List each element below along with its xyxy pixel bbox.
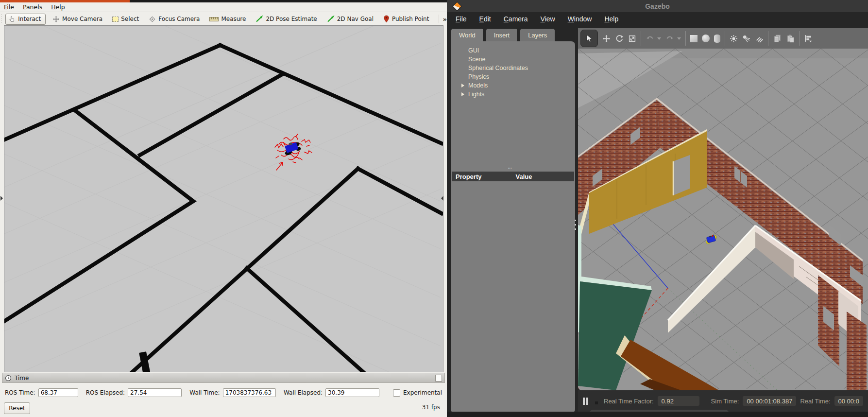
rviz-menu-help[interactable]: Help [51,3,65,11]
spot-light-button[interactable] [742,35,751,43]
move-camera-label: Move Camera [62,16,102,22]
pose-estimate-tool-button[interactable]: 2D Pose Estimate [255,15,317,23]
toolbar-overflow-button[interactable]: » [443,16,447,23]
time-fields-row: ROS Time: 68.37 ROS Elapsed: 27.54 Wall … [5,387,445,398]
gazebo-tab-bar: World Insert Layers [451,28,555,42]
expand-arrow-icon[interactable] [461,92,464,96]
real-time-value: 00 00:0 [834,396,863,406]
rviz-window: File Panels Help Interact Move Camera Se… [0,0,447,417]
map-pin-icon [383,15,390,23]
rviz-menu-file[interactable]: File [4,3,14,11]
point-light-button[interactable] [730,35,738,43]
wall-time-input[interactable]: 1703837376.63 [223,388,276,397]
gazebo-menu-edit[interactable]: Edit [479,15,491,23]
select-mode-button[interactable] [580,30,598,47]
ros-time-input[interactable]: 68.37 [38,388,78,397]
tab-insert[interactable]: Insert [486,28,518,42]
right-panel-expand-arrow[interactable] [441,196,443,201]
move-camera-tool-button[interactable]: Move Camera [52,16,102,23]
sim-time-label: Sim Time: [711,398,739,405]
gazebo-menu-camera[interactable]: Camera [504,15,528,23]
redo-history-caret[interactable] [677,37,681,40]
panel-float-button[interactable] [435,375,442,382]
pause-button[interactable] [583,398,588,405]
insert-sphere-button[interactable] [702,35,710,42]
ros-elapsed-input[interactable]: 27.54 [128,388,182,397]
time-panel-title: Time [15,375,29,382]
time-panel: Time ROS Time: 68.37 ROS Elapsed: 27.54 … [0,372,447,417]
gazebo-menu-file[interactable]: File [456,15,467,23]
tree-item-lights[interactable]: Lights [451,90,575,99]
sim-time-value: 00 00:01:08.387 [743,396,796,406]
value-column-header: Value [515,173,532,180]
green-arrow-icon [255,15,263,23]
gazebo-menu-window[interactable]: Window [568,15,592,23]
panel-splitter-handle[interactable] [575,220,577,232]
nav-goal-tool-button[interactable]: 2D Nav Goal [327,15,374,23]
gazebo-menubar: File Edit Camera View Window Help [447,12,868,26]
wall-elapsed-input[interactable]: 30.39 [325,388,379,397]
directional-light-button[interactable] [755,35,764,43]
reset-button[interactable]: Reset [4,402,30,414]
rviz-3d-viewport[interactable] [4,25,443,373]
tree-label: Physics [468,73,489,80]
focus-camera-tool-button[interactable]: Focus Camera [149,16,200,23]
green-arrow-icon [327,15,335,23]
undo-history-caret[interactable] [657,37,661,40]
move-arrows-icon [52,16,60,23]
fps-counter: 31 fps [422,404,440,411]
insert-cylinder-button[interactable] [714,35,720,43]
toolbar-separator [725,31,725,46]
nav-goal-label: 2D Nav Goal [337,16,374,22]
align-snap-button[interactable] [804,34,813,43]
hand-icon [8,16,16,23]
clock-icon [5,375,12,382]
ros-time-label: ROS Time: [5,389,35,396]
gazebo-toolbar [578,28,868,49]
experimental-checkbox[interactable] [393,389,400,397]
scale-mode-button[interactable] [628,35,636,43]
rviz-menu-panels[interactable]: Panels [23,3,42,11]
world-panel: GUI Scene Spherical Coordinates Physics … [451,41,575,413]
toolbar-drag-handle[interactable] [1,14,1,24]
paste-button[interactable] [786,34,795,43]
tree-label: Lights [468,91,484,98]
tree-label: Models [468,82,488,89]
gazebo-3d-viewport[interactable] [578,49,868,390]
rtf-label: Real Time Factor: [604,398,654,405]
tab-layers[interactable]: Layers [520,28,555,42]
focus-camera-label: Focus Camera [158,16,200,22]
toolbar-separator [799,31,800,46]
gazebo-statusbar: Real Time Factor: 0.92 Sim Time: 00 00:0… [578,390,868,412]
expand-arrow-icon[interactable] [461,84,464,87]
tab-world[interactable]: World [451,28,484,42]
rotate-mode-button[interactable] [615,34,624,43]
gazebo-window-edge [447,412,868,417]
toolbar-separator [685,31,686,46]
property-splitter-grip[interactable]: ''' [508,167,512,172]
redo-button[interactable] [665,35,674,42]
gazebo-menu-view[interactable]: View [541,15,555,23]
copy-button[interactable] [773,34,782,43]
tree-label: Scene [468,56,485,63]
time-panel-header[interactable]: Time [2,373,445,383]
tree-item-spherical-coordinates[interactable]: Spherical Coordinates [451,64,575,72]
translate-mode-button[interactable] [602,35,611,43]
gazebo-window-title: Gazebo [447,2,868,10]
undo-button[interactable] [646,35,654,42]
tree-item-physics[interactable]: Physics [451,72,575,81]
insert-box-button[interactable] [690,35,698,42]
gazebo-menu-help[interactable]: Help [604,15,618,23]
interact-tool-button[interactable]: Interact [5,14,46,25]
select-tool-button[interactable]: Select [112,16,139,22]
measure-label: Measure [221,16,246,22]
gazebo-titlebar[interactable]: Gazebo [447,0,868,12]
tree-item-scene[interactable]: Scene [451,55,575,64]
tree-item-models[interactable]: Models [451,81,575,90]
measure-tool-button[interactable]: Measure [209,16,246,22]
step-icon[interactable] [595,401,598,404]
tree-item-gui[interactable]: GUI [451,46,575,55]
select-label: Select [121,16,139,22]
publish-point-tool-button[interactable]: Publish Point [383,15,429,23]
left-panel-expand-arrow[interactable] [0,196,3,201]
